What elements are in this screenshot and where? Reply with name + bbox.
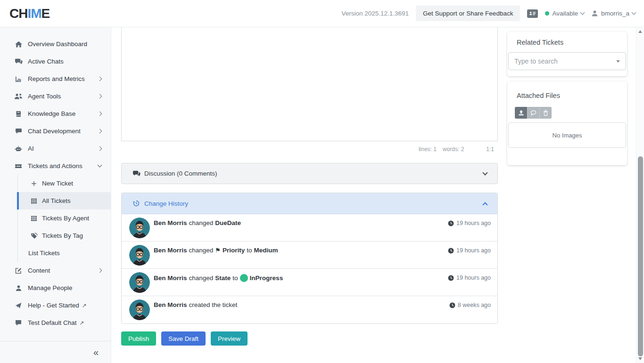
attached-files-card: Attached Files No Images bbox=[507, 81, 627, 165]
logo-text-blue: IM bbox=[27, 6, 41, 21]
chevron-right-icon bbox=[98, 129, 102, 134]
clock-icon bbox=[448, 248, 454, 254]
history-row-text: Ben MorrischangedStatetoInProgress bbox=[154, 274, 285, 282]
table-icon bbox=[30, 198, 38, 204]
chevron-right-icon bbox=[98, 77, 102, 81]
upload-file-button[interactable] bbox=[515, 107, 527, 119]
sidebar-item-all-tickets[interactable]: All Tickets bbox=[17, 192, 111, 210]
availability-label: Available bbox=[552, 10, 578, 17]
history-row: Ben MorrischangedDueDate 19 hours ago bbox=[122, 214, 497, 242]
sidebar-item-tickets-by-agent[interactable]: Tickets By Agent bbox=[17, 210, 111, 227]
history-row-text: Ben MorrischangedDueDate bbox=[154, 219, 243, 226]
external-link-icon: ↗ bbox=[82, 302, 87, 309]
chevron-right-icon bbox=[98, 268, 102, 273]
chevron-down-icon bbox=[580, 10, 585, 15]
contact-card-icon[interactable] bbox=[527, 9, 538, 18]
attached-files-title: Attached Files bbox=[507, 92, 627, 99]
app-logo[interactable]: CHIME bbox=[9, 6, 50, 21]
sidebar-item-tickets-and-actions[interactable]: Tickets and Actions bbox=[0, 157, 111, 175]
no-images-placeholder: No Images bbox=[508, 122, 626, 148]
sidebar-item-test-default-chat[interactable]: Test Default Chat ↗ bbox=[0, 314, 111, 331]
ticket-body-editor[interactable] bbox=[121, 27, 498, 141]
chat-square-icon bbox=[14, 320, 23, 326]
change-history-title: Change History bbox=[144, 200, 188, 207]
chats-icon bbox=[14, 58, 23, 65]
user-icon bbox=[591, 10, 598, 17]
history-row-timestamp: 19 hours ago bbox=[448, 247, 491, 254]
chevron-right-icon bbox=[98, 94, 102, 99]
inprogress-status-dot bbox=[240, 274, 248, 282]
collapse-sidebar-button[interactable]: « bbox=[93, 347, 99, 357]
speech-bubble-icon bbox=[530, 110, 537, 116]
comments-icon bbox=[132, 170, 140, 177]
ticket-icon bbox=[14, 163, 23, 169]
chevron-down-icon bbox=[632, 10, 636, 15]
flag-icon: ⚑ bbox=[215, 247, 221, 254]
scroll-up-arrow[interactable] bbox=[638, 30, 642, 33]
change-history-header[interactable]: Change History bbox=[122, 193, 497, 214]
sidebar-item-ai[interactable]: AI bbox=[0, 140, 111, 157]
chevron-down-icon bbox=[98, 163, 102, 168]
chevron-right-icon bbox=[98, 146, 102, 151]
sidebar-item-knowledge-base[interactable]: Knowledge Base bbox=[0, 105, 111, 122]
upload-icon bbox=[518, 110, 524, 116]
support-feedback-button[interactable]: Get Support or Share Feedback bbox=[416, 6, 520, 21]
discussion-panel-header[interactable]: Discussion (0 Comments) bbox=[121, 163, 498, 184]
search-input[interactable] bbox=[514, 57, 612, 65]
related-tickets-title: Related Tickets bbox=[508, 39, 626, 46]
history-row-timestamp: 19 hours ago bbox=[448, 220, 491, 226]
discussion-title: Discussion (0 Comments) bbox=[144, 170, 217, 177]
related-tickets-search[interactable] bbox=[508, 52, 626, 70]
sidebar-item-tickets-by-tag[interactable]: Tickets By Tag bbox=[17, 227, 111, 244]
availability-menu[interactable]: Available bbox=[545, 10, 584, 17]
scroll-down-arrow[interactable] bbox=[638, 357, 642, 360]
publish-button[interactable]: Publish bbox=[121, 331, 156, 346]
sidebar-item-overview-dashboard[interactable]: Overview Dashboard bbox=[0, 35, 111, 53]
editor-words-count: words: 2 bbox=[443, 146, 464, 153]
tags-icon bbox=[30, 233, 38, 239]
editor-status-bar: lines: 1 words: 2 1:1 bbox=[121, 141, 498, 153]
bar-chart-icon bbox=[14, 76, 23, 82]
sidebar-item-new-ticket[interactable]: New Ticket bbox=[17, 175, 111, 192]
sidebar-item-list-tickets[interactable]: List Tickets bbox=[17, 244, 111, 262]
clock-icon bbox=[449, 302, 455, 308]
history-row-text: Ben Morrischanged⚑PrioritytoMedium bbox=[154, 247, 280, 254]
comment-attachment-button[interactable] bbox=[527, 107, 539, 119]
clock-icon bbox=[448, 220, 454, 226]
logo-text-dark: CH bbox=[9, 6, 27, 21]
id-card-glyph bbox=[528, 10, 537, 16]
sidebar-item-help-get-started[interactable]: Help - Get Started ↗ bbox=[0, 297, 111, 314]
right-panel: Related Tickets Attached Files No Images bbox=[507, 27, 627, 363]
robot-icon bbox=[14, 145, 23, 152]
avatar bbox=[129, 218, 150, 238]
sidebar-item-reports-and-metrics[interactable]: Reports and Metrics bbox=[0, 70, 111, 88]
tickets-submenu: New Ticket All Tickets Tickets By Agent … bbox=[0, 175, 111, 262]
user-menu[interactable]: bmorris_a bbox=[591, 10, 636, 17]
dropdown-caret-icon[interactable] bbox=[616, 60, 620, 63]
save-draft-button[interactable]: Save Draft bbox=[161, 331, 206, 346]
version-label: Version 2025.12.1.3691 bbox=[341, 10, 409, 17]
sidebar-item-agent-tools[interactable]: Agent Tools bbox=[0, 88, 111, 105]
chevron-up-icon bbox=[482, 202, 487, 207]
clock-icon bbox=[448, 275, 454, 281]
avatar bbox=[129, 299, 150, 320]
vertical-scrollbar[interactable] bbox=[636, 27, 644, 363]
availability-status-dot bbox=[545, 11, 549, 16]
delete-attachment-button[interactable] bbox=[539, 107, 552, 119]
home-icon bbox=[14, 41, 23, 48]
logo-text-dark2: E bbox=[41, 6, 50, 21]
sidebar-item-manage-people[interactable]: Manage People bbox=[0, 279, 111, 297]
chevron-down-icon bbox=[482, 170, 487, 175]
change-history-panel: Change History Ben MorrischangedDueDate … bbox=[121, 193, 498, 324]
chevron-right-icon bbox=[98, 112, 102, 116]
avatar bbox=[129, 272, 150, 293]
scrollbar-thumb[interactable] bbox=[638, 156, 643, 356]
preview-button[interactable]: Preview bbox=[211, 331, 248, 346]
related-tickets-card: Related Tickets bbox=[507, 32, 627, 76]
sidebar-item-content[interactable]: Content bbox=[0, 262, 111, 279]
person-icon bbox=[14, 285, 23, 291]
sidebar-item-active-chats[interactable]: Active Chats bbox=[0, 53, 111, 70]
sidebar-item-chat-development[interactable]: Chat Development bbox=[0, 122, 111, 140]
avatar bbox=[129, 245, 150, 266]
plus-icon bbox=[30, 181, 38, 186]
